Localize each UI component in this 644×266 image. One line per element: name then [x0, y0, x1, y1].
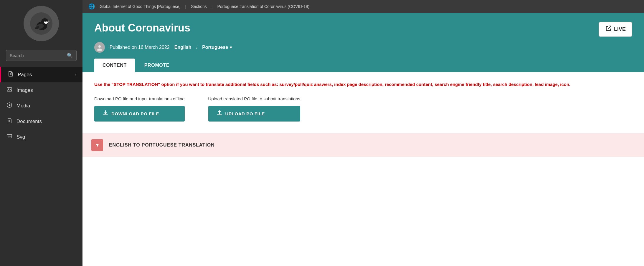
images-label: Images — [16, 87, 77, 93]
upload-button-label: UPLOAD PO FILE — [225, 111, 265, 116]
pages-icon — [7, 71, 14, 78]
tab-promote[interactable]: PROMOTE — [136, 59, 178, 72]
documents-icon — [6, 118, 13, 125]
translation-section-label: ENGLISH TO PORTUGUESE TRANSLATION — [109, 142, 214, 148]
breadcrumb-sep-1: | — [185, 4, 186, 9]
live-label: LIVE — [614, 26, 626, 32]
media-icon — [6, 102, 13, 109]
sidebar-nav: Pages › Images Media — [0, 67, 82, 145]
lang-dropdown-icon: ▾ — [230, 45, 232, 50]
chevron-down-icon: ▾ — [96, 142, 99, 148]
po-section: Download PO file and input translations … — [94, 96, 632, 122]
main-content: 🌐 Global Internet of Good Things [Portug… — [82, 0, 644, 266]
svg-marker-14 — [9, 104, 11, 106]
app-logo — [24, 6, 59, 41]
page-title: About Coronavirus — [94, 22, 190, 34]
published-date: Published on 16 March 2022 — [110, 45, 170, 50]
lang-source[interactable]: English — [174, 45, 191, 50]
download-group: Download PO file and input translations … — [94, 96, 185, 122]
content-area: Use the "STOP TRANSLATION" option if you… — [82, 72, 644, 266]
breadcrumb-sep-2: | — [212, 4, 213, 9]
download-button-label: DOWNLOAD PO FILE — [111, 111, 159, 116]
upload-group: Upload translated PO file to submit tran… — [208, 96, 300, 122]
svg-point-21 — [97, 49, 102, 51]
lang-target[interactable]: Portuguese ▾ — [202, 45, 232, 50]
svg-point-20 — [98, 45, 101, 48]
meta-row: Published on 16 March 2022 English › Por… — [94, 42, 632, 53]
documents-label: Documents — [16, 119, 77, 124]
sidebar-item-svg[interactable]: SVG Svg — [0, 129, 82, 145]
upload-po-button[interactable]: UPLOAD PO FILE — [208, 106, 300, 122]
upload-icon — [217, 110, 222, 117]
sidebar-item-pages[interactable]: Pages › — [0, 67, 82, 82]
download-po-button[interactable]: DOWNLOAD PO FILE — [94, 106, 185, 122]
tabs-row: CONTENT PROMOTE — [94, 59, 632, 72]
translation-toggle-button[interactable]: ▾ — [91, 139, 103, 151]
svg-line-19 — [608, 26, 611, 29]
breadcrumb-sections[interactable]: Sections — [191, 4, 207, 9]
warning-text: Use the "STOP TRANSLATION" option if you… — [94, 81, 632, 88]
svg-point-5 — [46, 21, 47, 21]
live-button[interactable]: LIVE — [599, 22, 632, 37]
svg-label: Svg — [16, 134, 77, 140]
avatar — [94, 42, 105, 53]
external-link-icon — [605, 25, 612, 33]
svg-text:SVG: SVG — [8, 136, 12, 138]
breadcrumb-site[interactable]: Global Internet of Good Things [Portugue… — [100, 4, 180, 9]
svg-icon: SVG — [6, 133, 13, 141]
globe-icon: 🌐 — [88, 3, 95, 10]
page-header: About Coronavirus LIVE Publi — [82, 13, 644, 72]
svg-rect-11 — [7, 88, 12, 91]
upload-label: Upload translated PO file to submit tran… — [208, 96, 300, 101]
breadcrumb-page[interactable]: Portuguese translation of Coronavirus (C… — [217, 4, 309, 9]
download-icon — [103, 110, 108, 117]
pages-label: Pages — [18, 72, 75, 78]
download-label: Download PO file and input translations … — [94, 96, 185, 101]
translation-section: ▾ ENGLISH TO PORTUGUESE TRANSLATION — [82, 133, 644, 157]
sidebar-item-media[interactable]: Media — [0, 98, 82, 114]
sidebar: 🔍 Pages › Images — [0, 0, 82, 266]
lang-arrow: › — [196, 45, 197, 50]
breadcrumb-bar: 🌐 Global Internet of Good Things [Portug… — [82, 0, 644, 13]
tab-content[interactable]: CONTENT — [94, 59, 135, 72]
search-box[interactable]: 🔍 — [6, 50, 77, 61]
sidebar-item-images[interactable]: Images — [0, 82, 82, 98]
media-label: Media — [16, 103, 77, 109]
pages-arrow: › — [75, 72, 77, 77]
search-icon: 🔍 — [67, 53, 73, 58]
images-icon — [6, 87, 13, 94]
sidebar-item-documents[interactable]: Documents — [0, 114, 82, 129]
page-header-top: About Coronavirus LIVE — [94, 22, 632, 37]
search-input[interactable] — [10, 53, 67, 58]
